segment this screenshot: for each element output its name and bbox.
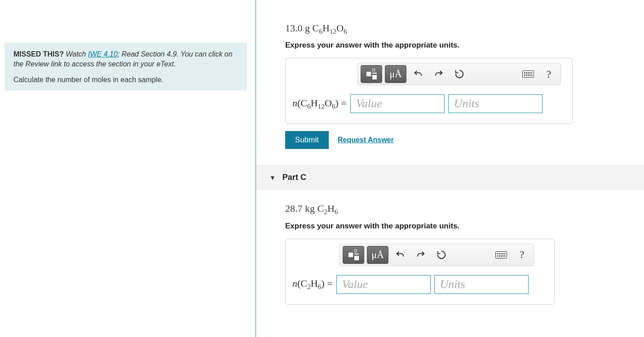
template-fraction-button[interactable] [361, 65, 382, 83]
part-c-title: Part C [282, 173, 306, 182]
part-c-body: 28.7 kg C2H6 Express your answer with th… [256, 203, 644, 304]
iwe-link[interactable]: IWE 4.10 [88, 50, 118, 58]
part-b-toolbar: μÅ ? [357, 63, 561, 85]
undo-icon[interactable] [391, 246, 409, 264]
part-c-answer-panel: μÅ ? [285, 239, 555, 305]
part-c-lhs: n(C2H6) = [292, 278, 336, 291]
keyboard-icon[interactable] [492, 246, 510, 264]
hint-missed-prefix: MISSED THIS? [13, 50, 64, 58]
part-b-lhs: n(C6H12O6) = [292, 97, 350, 110]
units-symbol-button[interactable]: μÅ [367, 246, 388, 264]
template-fraction-button[interactable] [343, 246, 364, 264]
part-c-header[interactable]: ▼ Part C [256, 165, 644, 190]
part-b-value-input[interactable] [350, 94, 445, 113]
part-b-units-input[interactable] [448, 94, 543, 113]
reset-icon[interactable] [450, 65, 468, 83]
part-c-given: 28.7 kg C2H6 [285, 203, 644, 216]
part-b-instruction: Express your answer with the appropriate… [285, 41, 644, 50]
hint-box: MISSED THIS? Watch IWE 4.10; Read Sectio… [4, 43, 247, 91]
hint-missed-text: MISSED THIS? Watch IWE 4.10; Read Sectio… [13, 49, 238, 70]
keyboard-icon[interactable] [519, 65, 537, 83]
redo-icon[interactable] [412, 246, 430, 264]
help-icon[interactable]: ? [513, 246, 531, 264]
chevron-down-icon[interactable]: ▼ [269, 174, 276, 181]
reset-icon[interactable] [432, 246, 450, 264]
undo-icon[interactable] [409, 65, 427, 83]
part-b-given: 13.0 g C6H12O6 [285, 22, 644, 35]
part-c-units-input[interactable] [434, 275, 529, 294]
submit-button[interactable]: Submit [285, 131, 329, 149]
part-b-answer-panel: μÅ ? [285, 58, 573, 124]
redo-icon[interactable] [430, 65, 448, 83]
request-answer-link[interactable]: Request Answer [338, 136, 394, 144]
part-c-toolbar: μÅ ? [340, 244, 534, 266]
task-text: Calculate the number of moles in each sa… [13, 76, 238, 84]
part-b-body: 13.0 g C6H12O6 Express your answer with … [256, 22, 644, 149]
part-c-value-input[interactable] [336, 275, 431, 294]
help-icon[interactable]: ? [540, 65, 558, 83]
part-c-instruction: Express your answer with the appropriate… [285, 222, 644, 231]
units-symbol-button[interactable]: μÅ [385, 65, 406, 83]
